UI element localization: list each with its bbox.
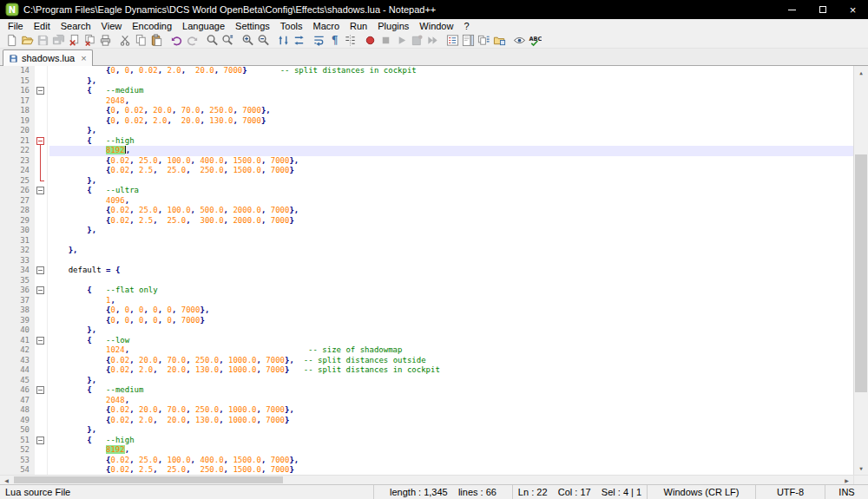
menu-plugins[interactable]: Plugins (372, 19, 414, 33)
menu-run[interactable]: Run (345, 19, 372, 33)
horizontal-scroll-thumb[interactable] (14, 476, 283, 483)
tab-close-icon[interactable]: × (81, 54, 86, 63)
code-line-36[interactable]: { --flat only (49, 286, 853, 296)
code-line-24[interactable]: {0.02, 2.5, 25.0, 250.0, 1500.0, 7000} (49, 166, 853, 176)
code-line-17[interactable]: 2048, (49, 96, 853, 107)
record-macro-icon[interactable] (362, 33, 378, 48)
code-line-39[interactable]: {0, 0, 0, 0, 0, 7000} (49, 316, 853, 326)
code-line-22[interactable]: 8192, (49, 146, 853, 156)
fold-toggle-icon[interactable] (36, 266, 44, 274)
document-list-icon[interactable] (476, 33, 491, 48)
code-line-41[interactable]: { --low (49, 336, 853, 346)
spell-check-icon[interactable]: ABC (527, 33, 542, 48)
code-line-28[interactable]: {0.02, 25.0, 100.0, 500.0, 2000.0, 7000}… (49, 206, 853, 216)
paste-icon[interactable] (148, 33, 164, 48)
code-line-48[interactable]: {0.02, 20.0, 70.0, 250.0, 1000.0, 7000}, (49, 405, 853, 416)
code-line-49[interactable]: {0.02, 2.0, 20.0, 130.0, 1000.0, 7000} (49, 416, 853, 426)
code-line-34[interactable]: default = { (49, 266, 853, 276)
scroll-down-icon[interactable]: ▼ (854, 462, 868, 475)
save-all-icon[interactable] (50, 33, 66, 48)
code-line-20[interactable]: }, (49, 126, 853, 136)
fold-toggle-icon[interactable] (36, 437, 44, 444)
code-line-38[interactable]: {0, 0, 0, 0, 0, 7000}, (49, 305, 853, 316)
code-line-32[interactable]: }, (49, 246, 853, 256)
menu-encoding[interactable]: Encoding (127, 19, 177, 33)
new-file-icon[interactable] (3, 33, 19, 48)
code-line-51[interactable]: { --high (49, 436, 853, 446)
code-line-29[interactable]: {0.02, 2.5, 25.0, 300.0, 2000.0, 7000} (49, 216, 853, 227)
word-wrap-icon[interactable] (311, 33, 326, 48)
show-all-characters-icon[interactable]: ¶ (326, 33, 342, 48)
code-line-14[interactable]: {0, 0, 0.02, 2.0, 20.0, 7000} -- split d… (49, 66, 853, 76)
zoom-in-icon[interactable] (240, 33, 255, 48)
scroll-up-icon[interactable]: ▲ (854, 66, 868, 79)
maximize-button[interactable] (807, 0, 838, 19)
copy-icon[interactable] (133, 33, 148, 48)
save-macro-icon[interactable] (409, 33, 424, 48)
code-line-43[interactable]: {0.02, 20.0, 70.0, 250.0, 1000.0, 7000},… (49, 356, 853, 366)
code-line-53[interactable]: {0.02, 25.0, 100.0, 400.0, 1500.0, 7000}… (49, 456, 853, 466)
close-button[interactable]: × (838, 0, 868, 19)
code-line-42[interactable]: 1024, -- size of shadowmap (49, 345, 853, 356)
menu-edit[interactable]: Edit (29, 19, 56, 33)
tab-shadows-lua[interactable]: shadows.lua × (3, 49, 93, 66)
show-indent-guide-icon[interactable] (342, 33, 358, 48)
editor[interactable]: 1415161718192021222324252627282930313233… (0, 66, 868, 475)
monitoring-icon[interactable] (511, 33, 527, 48)
fold-toggle-icon[interactable] (36, 87, 44, 95)
print-icon[interactable] (97, 33, 113, 48)
fold-toggle-icon[interactable] (36, 137, 44, 145)
horizontal-scrollbar[interactable]: ◀ ▶ (0, 476, 853, 484)
code-line-46[interactable]: { --medium (49, 385, 853, 396)
menu-tools[interactable]: Tools (275, 19, 308, 33)
menu-view[interactable]: View (96, 19, 128, 33)
document-map-icon[interactable] (460, 33, 476, 48)
status-eol-format[interactable]: Windows (CR LF) (647, 485, 755, 499)
close-file-icon[interactable] (66, 33, 82, 48)
code-line-40[interactable]: }, (49, 325, 853, 336)
redo-icon[interactable] (184, 33, 200, 48)
titlebar[interactable]: N C:\Program Files\Eagle Dynamics\DCS Wo… (0, 0, 868, 19)
cut-icon[interactable] (117, 33, 133, 48)
scroll-left-icon[interactable]: ◀ (0, 476, 13, 484)
code-line-45[interactable]: }, (49, 376, 853, 386)
code-line-52[interactable]: 8192, (49, 445, 853, 456)
menu-search[interactable]: Search (56, 19, 96, 33)
save-file-icon[interactable] (35, 33, 50, 48)
playback-macro-icon[interactable] (393, 33, 409, 48)
code-line-31[interactable] (49, 236, 853, 246)
fold-toggle-icon[interactable] (36, 337, 44, 345)
replace-icon[interactable] (220, 33, 235, 48)
code-line-23[interactable]: {0.02, 25.0, 100.0, 400.0, 1500.0, 7000}… (49, 156, 853, 167)
fold-toggle-icon[interactable] (36, 386, 44, 394)
code-line-18[interactable]: {0, 0.02, 20.0, 70.0, 250.0, 7000}, (49, 106, 853, 116)
code-area[interactable]: {0, 0, 0.02, 2.0, 20.0, 7000} -- split d… (48, 66, 853, 475)
code-line-44[interactable]: {0.02, 2.0, 20.0, 130.0, 1000.0, 7000} -… (49, 365, 853, 376)
menu-help[interactable]: ? (458, 19, 474, 33)
code-line-37[interactable]: 1, (49, 296, 853, 306)
code-line-47[interactable]: 2048, (49, 396, 853, 406)
code-line-15[interactable]: }, (49, 76, 853, 87)
code-line-33[interactable] (49, 256, 853, 266)
status-encoding[interactable]: UTF-8 (755, 485, 825, 499)
code-line-16[interactable]: { --medium (49, 86, 853, 96)
folder-as-workspace-icon[interactable] (491, 33, 507, 48)
vertical-scrollbar[interactable]: ▲ ▼ (853, 66, 868, 475)
code-line-30[interactable]: }, (49, 226, 853, 236)
menu-language[interactable]: Language (177, 19, 230, 33)
close-all-icon[interactable] (82, 33, 97, 48)
sync-horizontal-scroll-icon[interactable] (291, 33, 306, 48)
code-line-27[interactable]: 4096, (49, 196, 853, 207)
code-line-35[interactable] (49, 276, 853, 286)
code-line-50[interactable]: }, (49, 425, 853, 436)
function-list-icon[interactable] (444, 33, 460, 48)
menu-settings[interactable]: Settings (230, 19, 275, 33)
code-line-26[interactable]: { --ultra (49, 186, 853, 196)
sync-vertical-scroll-icon[interactable] (275, 33, 291, 48)
status-insert-mode[interactable]: INS (825, 485, 868, 499)
code-line-19[interactable]: {0, 0.02, 2.0, 20.0, 130.0, 7000} (49, 116, 853, 127)
scroll-right-icon[interactable]: ▶ (840, 476, 853, 484)
vertical-scroll-thumb[interactable] (855, 154, 867, 392)
open-file-icon[interactable] (19, 33, 35, 48)
code-line-21[interactable]: { --high (49, 136, 853, 147)
